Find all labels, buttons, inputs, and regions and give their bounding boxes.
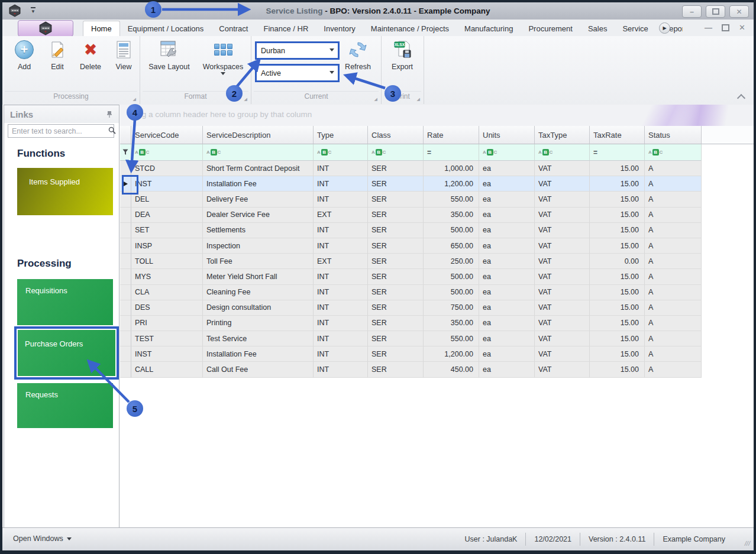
cell-servicedescription[interactable]: Test Service — [203, 331, 314, 346]
column-header-rate[interactable]: Rate — [424, 126, 479, 144]
cell-taxrate[interactable]: 15.00 — [590, 208, 645, 223]
filter-cell-taxtype[interactable]: ABC — [535, 144, 590, 161]
cell-servicedescription[interactable]: Short Term Contract Deposit — [203, 161, 314, 176]
close-button[interactable]: ✕ — [729, 5, 749, 18]
table-row[interactable]: TEST Test Service INT SER 550.00 ea VAT … — [120, 331, 754, 346]
cell-servicecode[interactable]: INST — [131, 346, 203, 362]
cell-status[interactable]: A — [645, 192, 702, 207]
cell-type[interactable]: INT — [314, 362, 368, 377]
cell-servicedescription[interactable]: Delivery Fee — [203, 192, 314, 207]
cell-status[interactable]: A — [645, 254, 702, 269]
cell-servicecode[interactable]: DES — [131, 300, 203, 316]
delete-button[interactable]: ✖ Delete — [73, 40, 108, 71]
cell-status[interactable]: A — [645, 161, 702, 176]
cell-servicedescription[interactable]: Printing — [203, 316, 314, 331]
column-header-servicedescription[interactable]: ServiceDescription — [203, 126, 314, 144]
cell-type[interactable]: INT — [314, 161, 368, 176]
table-row[interactable]: CLA Cleaning Fee INT SER 500.00 ea VAT 1… — [120, 285, 754, 300]
ribbon-minimize-icon[interactable]: — — [705, 23, 712, 32]
cell-servicedescription[interactable]: Inspection — [203, 238, 314, 254]
group-by-panel[interactable]: Drag a column header here to group by th… — [120, 105, 754, 126]
open-windows-button[interactable]: Open Windows — [13, 534, 72, 543]
cell-status[interactable]: A — [645, 238, 702, 254]
tab-service[interactable]: Service — [615, 21, 655, 36]
cell-units[interactable]: ea — [479, 285, 535, 300]
row-indicator-cell[interactable] — [120, 269, 131, 284]
table-row[interactable]: INSP Inspection INT SER 650.00 ea VAT 15… — [120, 238, 754, 254]
cell-class[interactable]: SER — [368, 223, 424, 238]
table-row[interactable]: PRI Printing INT SER 350.00 ea VAT 15.00… — [120, 316, 754, 331]
filter-cell-servicedescription[interactable]: ABC — [203, 144, 314, 161]
cell-taxrate[interactable]: 15.00 — [590, 316, 645, 331]
cell-taxtype[interactable]: VAT — [535, 192, 590, 207]
tab-finance-hr[interactable]: Finance / HR — [256, 21, 316, 36]
cell-servicedescription[interactable]: Installation Fee — [203, 176, 314, 192]
cell-type[interactable]: EXT — [314, 208, 368, 223]
cell-status[interactable]: A — [645, 285, 702, 300]
cell-units[interactable]: ea — [479, 208, 535, 223]
cell-taxtype[interactable]: VAT — [535, 254, 590, 269]
cell-servicecode[interactable]: INST — [131, 176, 203, 192]
site-dropdown[interactable]: Durban — [255, 41, 340, 60]
cell-servicedescription[interactable]: Installation Fee — [203, 346, 314, 362]
view-button[interactable]: View — [106, 40, 141, 71]
column-header-taxtype[interactable]: TaxType — [535, 126, 590, 144]
search-icon[interactable] — [108, 126, 116, 137]
cell-taxrate[interactable]: 15.00 — [590, 300, 645, 316]
filter-cell-units[interactable]: ABC — [479, 144, 535, 161]
tab-sales[interactable]: Sales — [580, 21, 615, 36]
cell-servicedescription[interactable]: Cleaning Fee — [203, 285, 314, 300]
cell-type[interactable]: INT — [314, 238, 368, 254]
cell-servicecode[interactable]: DEL — [131, 192, 203, 207]
row-indicator-cell[interactable] — [120, 223, 131, 238]
workspaces-button[interactable]: Workspaces — [197, 40, 249, 75]
cell-class[interactable]: SER — [368, 285, 424, 300]
cell-servicecode[interactable]: CLA — [131, 285, 203, 300]
cell-servicecode[interactable]: CALL — [131, 362, 203, 377]
filter-cell-taxrate[interactable]: = — [590, 144, 645, 161]
cell-rate[interactable]: 550.00 — [424, 331, 479, 346]
cell-units[interactable]: ea — [479, 238, 535, 254]
table-row[interactable]: DEA Dealer Service Fee EXT SER 350.00 ea… — [120, 208, 754, 223]
tab-scroll-button[interactable]: ▶ — [659, 22, 670, 34]
cell-type[interactable]: INT — [314, 316, 368, 331]
table-row[interactable]: SET Settlements INT SER 500.00 ea VAT 15… — [120, 223, 754, 238]
table-row[interactable]: CALL Call Out Fee INT SER 450.00 ea VAT … — [120, 362, 754, 377]
cell-rate[interactable]: 1,000.00 — [424, 161, 479, 176]
minimize-button[interactable]: – — [682, 5, 702, 18]
cell-type[interactable]: INT — [314, 176, 368, 192]
table-row[interactable]: STCD Short Term Contract Deposit INT SER… — [120, 161, 754, 176]
cell-rate[interactable]: 650.00 — [424, 238, 479, 254]
cell-rate[interactable]: 500.00 — [424, 223, 479, 238]
export-button[interactable]: XLSX Export — [384, 40, 421, 71]
row-indicator-cell[interactable] — [120, 254, 131, 269]
cell-class[interactable]: SER — [368, 238, 424, 254]
collapse-ribbon-icon[interactable] — [738, 95, 745, 99]
filter-funnel-icon[interactable] — [120, 144, 131, 161]
cell-servicedescription[interactable]: Meter Yield Short Fall — [203, 269, 314, 284]
cell-taxtype[interactable]: VAT — [535, 176, 590, 192]
cell-taxtype[interactable]: VAT — [535, 223, 590, 238]
add-button[interactable]: + Add — [7, 40, 41, 71]
tab-contract[interactable]: Contract — [211, 21, 256, 36]
cell-status[interactable]: A — [645, 300, 702, 316]
cell-taxrate[interactable]: 15.00 — [590, 285, 645, 300]
cell-rate[interactable]: 500.00 — [424, 285, 479, 300]
dialog-launcher-icon[interactable]: ◢ — [374, 97, 377, 102]
cell-taxrate[interactable]: 15.00 — [590, 362, 645, 377]
cell-rate[interactable]: 550.00 — [424, 192, 479, 207]
requisitions-tile[interactable]: Requisitions — [17, 279, 113, 325]
cell-taxtype[interactable]: VAT — [535, 346, 590, 362]
cell-taxrate[interactable]: 15.00 — [590, 176, 645, 192]
cell-units[interactable]: ea — [479, 331, 535, 346]
cell-servicedescription[interactable]: Call Out Fee — [203, 362, 314, 377]
cell-type[interactable]: INT — [314, 331, 368, 346]
resize-grip[interactable]: /// — [744, 540, 751, 547]
cell-status[interactable]: A — [645, 176, 702, 192]
restore-button[interactable] — [706, 5, 725, 18]
cell-class[interactable]: SER — [368, 269, 424, 284]
cell-servicedescription[interactable]: Settlements — [203, 223, 314, 238]
cell-taxtype[interactable]: VAT — [535, 161, 590, 176]
cell-servicecode[interactable]: PRI — [131, 316, 203, 331]
cell-taxtype[interactable]: VAT — [535, 316, 590, 331]
